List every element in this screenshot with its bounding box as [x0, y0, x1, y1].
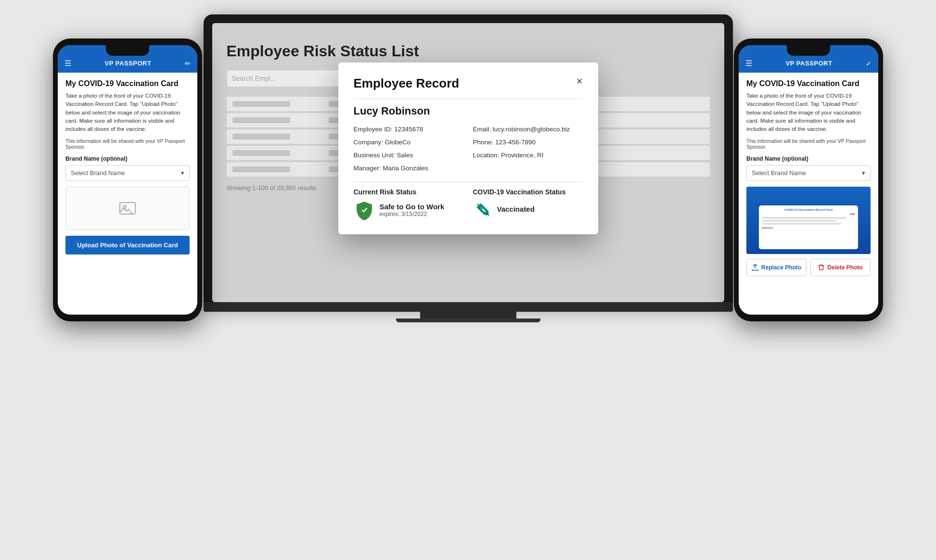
- laptop-base: [204, 302, 733, 312]
- modal-close-button[interactable]: ×: [577, 76, 583, 87]
- employee-email: Email: lucy.robinson@globeco.biz: [473, 124, 583, 135]
- phone-left-shared-note: This information will be shared with you…: [65, 138, 190, 150]
- syringe-icon: [473, 200, 492, 219]
- risk-status-value: Safe to Go to Work: [380, 203, 445, 211]
- modal-divider-middle: [354, 182, 583, 182]
- vaccination-status-label: COVID-19 Vaccination Status: [473, 188, 583, 196]
- svg-rect-6: [120, 203, 135, 214]
- modal-divider-top: [354, 99, 583, 99]
- cell: [232, 117, 290, 123]
- phone-left: ☰ VP PASSPORT ✏ My COVID-19 Vaccination …: [53, 38, 202, 321]
- risk-status-block: Current Risk Status Safe to Go to Work e…: [354, 188, 463, 221]
- trash-icon: [818, 264, 824, 271]
- modal-status-section: Current Risk Status Safe to Go to Work e…: [354, 188, 583, 221]
- phone-right-frame: ☰ VP PASSPORT ✓ My COVID-19 Vaccination …: [734, 38, 883, 321]
- vaccination-status-badge: Vaccinated: [473, 200, 583, 219]
- chevron-down-icon: ▾: [181, 169, 184, 177]
- phone-right-notch: [787, 45, 830, 56]
- hamburger-icon[interactable]: ☰: [64, 59, 71, 68]
- upload-photo-button[interactable]: Upload Photo of Vaccination Card: [65, 236, 190, 255]
- phone-right-brand-select[interactable]: Select Brand Name ▾: [746, 165, 871, 181]
- phone-left-app-name: VP PASSPORT: [105, 60, 152, 67]
- delete-photo-button[interactable]: Delete Photo: [810, 259, 871, 276]
- cell: [232, 166, 290, 172]
- vaccination-status-value: Vaccinated: [497, 205, 535, 213]
- modal-title: Employee Record: [354, 76, 460, 91]
- employee-id: Employee ID: 12345678: [354, 124, 463, 135]
- phone-right-app-name: VP PASSPORT: [786, 60, 833, 67]
- laptop-stand: [420, 312, 516, 318]
- phone-right-screen: ☰ VP PASSPORT ✓ My COVID-19 Vaccination …: [739, 45, 878, 315]
- phone-left-brand-placeholder: Select Brand Name: [71, 169, 125, 177]
- employee-info-grid: Employee ID: 12345678 Email: lucy.robins…: [354, 124, 583, 174]
- phone-left-screen: ☰ VP PASSPORT ✏ My COVID-19 Vaccination …: [58, 45, 197, 315]
- image-placeholder-icon: [119, 200, 136, 217]
- edit-icon[interactable]: ✏: [185, 60, 191, 67]
- phone-right-content: My COVID-19 Vaccination Card Take a phot…: [739, 73, 878, 283]
- shield-icon: [354, 200, 375, 221]
- phone-right: ☰ VP PASSPORT ✓ My COVID-19 Vaccination …: [734, 38, 883, 321]
- phone-left-description: Take a photo of the front of your COVID-…: [65, 92, 190, 133]
- employee-business-unit: Business Unit: Sales: [354, 150, 463, 161]
- employee-manager: Manager: Maria Gonzales: [354, 163, 463, 174]
- hamburger-icon-right[interactable]: ☰: [745, 59, 752, 68]
- replace-photo-button[interactable]: Replace Photo: [746, 259, 807, 276]
- vaccination-card-image: COVID-19 Vaccination Record Card CDC Ant…: [746, 187, 871, 254]
- cell: [232, 101, 290, 107]
- laptop-search-text: Search Empl...: [232, 75, 276, 82]
- risk-status-text-block: Safe to Go to Work expires: 3/15/2022: [380, 203, 445, 217]
- modal-header: Employee Record ×: [354, 76, 583, 91]
- employee-location: Location: Providence, RI: [473, 150, 583, 161]
- phone-right-brand-placeholder: Select Brand Name: [752, 169, 806, 177]
- phone-right-brand-label: Brand Name (optional): [746, 155, 871, 162]
- chevron-down-icon-right: ▾: [862, 169, 865, 177]
- employee-name: Lucy Robinson: [354, 105, 583, 117]
- phone-left-upload-placeholder: [65, 187, 190, 230]
- phone-right-page-title: My COVID-19 Vaccination Card: [746, 79, 871, 88]
- delete-photo-label: Delete Photo: [827, 264, 862, 271]
- phone-left-brand-select[interactable]: Select Brand Name ▾: [65, 165, 190, 181]
- phone-left-frame: ☰ VP PASSPORT ✏ My COVID-19 Vaccination …: [53, 38, 202, 321]
- cell: [232, 150, 290, 156]
- employee-company: Company: GlobeCo: [354, 137, 463, 148]
- vaccination-status-text-block: Vaccinated: [497, 205, 535, 213]
- risk-status-label: Current Risk Status: [354, 188, 463, 196]
- svg-line-5: [487, 214, 488, 216]
- employee-record-modal: Employee Record × Lucy Robinson Employee…: [338, 63, 598, 234]
- phone-right-action-row: Replace Photo Delete Photo: [746, 259, 871, 276]
- cell: [232, 134, 290, 140]
- checkmark-icon[interactable]: ✓: [866, 60, 872, 67]
- risk-status-expires: expires: 3/15/2022: [380, 211, 445, 217]
- phone-left-brand-label: Brand Name (optional): [65, 155, 190, 162]
- laptop-page-title: Employee Risk Status List: [227, 42, 710, 60]
- employee-phone: Phone: 123-456-7890: [473, 137, 583, 148]
- risk-status-badge: Safe to Go to Work expires: 3/15/2022: [354, 200, 463, 221]
- phone-right-shared-note: This information will be shared with you…: [746, 138, 871, 150]
- phone-right-description: Take a photo of the front of your COVID-…: [746, 92, 871, 133]
- phone-left-content: My COVID-19 Vaccination Card Take a phot…: [58, 73, 197, 261]
- upload-icon: [752, 264, 758, 271]
- replace-photo-label: Replace Photo: [761, 264, 801, 271]
- vaccination-status-block: COVID-19 Vaccination Status Vaccinated: [473, 188, 583, 221]
- phone-left-page-title: My COVID-19 Vaccination Card: [65, 79, 190, 88]
- laptop-foot: [396, 318, 540, 322]
- phone-left-notch: [106, 45, 149, 56]
